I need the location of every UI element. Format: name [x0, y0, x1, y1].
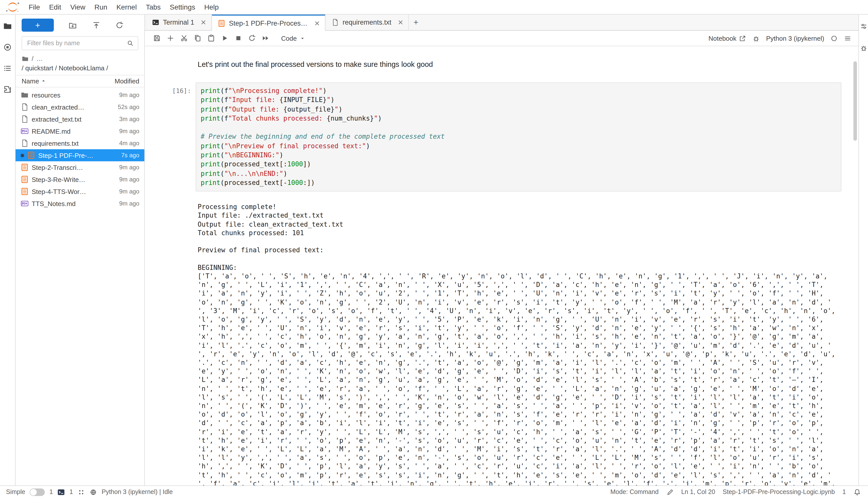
file-filter-box[interactable]	[22, 36, 138, 50]
file-row[interactable]: requirements.txt4m ago	[16, 137, 144, 149]
interrupt-kernel-button[interactable]	[232, 32, 244, 44]
paste-cell-button[interactable]	[205, 32, 217, 44]
file-row[interactable]: README.md9m ago	[16, 125, 144, 137]
file-row[interactable]: extracted_text.txt3m ago	[16, 113, 144, 125]
new-launcher-button[interactable]: +	[22, 18, 54, 32]
output-prompt	[145, 203, 196, 485]
restart-kernel-button[interactable]	[246, 32, 258, 44]
debugger-bug-icon[interactable]	[753, 35, 760, 42]
file-row[interactable]: Step-2-Transcri…9m ago	[16, 161, 144, 173]
terminal-count[interactable]: 1	[49, 488, 53, 496]
file-modified: 9m ago	[119, 176, 139, 183]
kernels-icon[interactable]	[77, 488, 85, 496]
bell-icon[interactable]	[853, 488, 861, 496]
file-icon	[21, 103, 29, 111]
menu-file[interactable]: File	[24, 0, 44, 14]
menu-kernel[interactable]: Kernel	[112, 0, 141, 14]
modified-column-header[interactable]: Modified	[100, 77, 139, 85]
save-button[interactable]	[151, 32, 163, 44]
toolbar-menu-icon[interactable]	[844, 35, 852, 42]
run-cell-button[interactable]	[219, 32, 231, 44]
menu-help[interactable]: Help	[200, 0, 223, 14]
close-icon[interactable]	[314, 19, 321, 27]
cell-output: Processing complete! Input file: ./extra…	[145, 203, 858, 485]
notification-count[interactable]: 1	[842, 488, 846, 496]
file-row[interactable]: Step-4-TTS-Wor…9m ago	[16, 185, 144, 197]
debugger-icon[interactable]	[860, 44, 867, 52]
markdown-cell-text[interactable]: Let's print out the final processed vers…	[196, 59, 841, 68]
scissors-icon	[180, 34, 188, 42]
code-cell[interactable]: [16]: print(f"\nProcessing complete!")pr…	[145, 82, 858, 192]
running-sessions-icon[interactable]	[3, 43, 12, 52]
cell-type-dropdown[interactable]: Code	[279, 34, 307, 43]
chevron-down-icon	[300, 36, 305, 41]
file-name: clean_extracted…	[32, 103, 115, 111]
tab-step-1-pdf-pre-processing[interactable]: Step-1 PDF-Pre-Processing	[212, 15, 326, 31]
menu-edit[interactable]: Edit	[44, 0, 66, 14]
plus-icon	[166, 34, 175, 42]
file-filter-input[interactable]	[26, 39, 127, 47]
main-area: Terminal 1Step-1 PDF-Pre-Processingrequi…	[145, 15, 858, 485]
file-row[interactable]: TTS_Notes.md9m ago	[16, 197, 144, 210]
property-inspector-icon[interactable]	[860, 23, 867, 30]
file-row[interactable]: Step-1 PDF-Pre-…7s ago	[16, 149, 144, 161]
menu-items: FileEditViewRunKernelTabsSettingsHelp	[24, 0, 223, 14]
markdown-icon	[21, 199, 29, 208]
fast-forward-icon	[261, 34, 270, 42]
breadcrumb-ellipsis[interactable]: …	[37, 55, 43, 62]
kernel-status-text[interactable]: Python 3 (ipykernel) | Idle	[102, 488, 173, 496]
stop-icon	[234, 34, 242, 42]
upload-icon[interactable]	[92, 21, 100, 29]
name-column-header[interactable]: Name	[22, 77, 100, 85]
paste-icon	[207, 34, 215, 42]
refresh-icon[interactable]	[115, 21, 124, 29]
dirty-dot-indicator	[21, 154, 24, 157]
scrollbar-thumb[interactable]	[853, 61, 857, 141]
menu-view[interactable]: View	[66, 0, 90, 14]
table-of-contents-icon[interactable]	[3, 64, 12, 73]
open-in-notebook-button[interactable]: Notebook	[708, 35, 746, 42]
code-editor[interactable]: print(f"\nProcessing complete!")print(f"…	[196, 82, 841, 192]
folder-icon[interactable]	[3, 22, 12, 31]
markdown-cell[interactable]: Let's print out the final processed vers…	[145, 59, 858, 68]
file-row[interactable]: resources9m ago	[16, 89, 144, 101]
menu-settings[interactable]: Settings	[165, 0, 200, 14]
terminal-badge-icon[interactable]	[57, 488, 65, 496]
file-row[interactable]: clean_extracted…52s ago	[16, 101, 144, 113]
restart-run-all-button[interactable]	[259, 32, 271, 44]
menu-run[interactable]: Run	[90, 0, 112, 14]
file-row[interactable]: Step-3-Re-Write…9m ago	[16, 173, 144, 185]
active-file-name[interactable]: Step-1-PDF-Pre-Processing-Logic.ipynb	[723, 488, 835, 496]
file-modified: 7s ago	[121, 152, 139, 159]
file-list: resources9m agoclean_extracted…52s agoex…	[16, 88, 144, 485]
close-icon[interactable]	[397, 18, 404, 26]
kernel-name-button[interactable]: Python 3 (ipykernel)	[766, 35, 824, 42]
cursor-position[interactable]: Ln 1, Col 20	[681, 488, 715, 496]
code-line: print("\nBEGINNING:")	[201, 151, 836, 160]
tab-requirements-txt[interactable]: requirements.txt	[326, 15, 409, 30]
extensions-icon[interactable]	[3, 85, 12, 94]
tab-label: requirements.txt	[343, 18, 392, 26]
breadcrumb-root[interactable]: /	[32, 55, 34, 62]
breadcrumb-home-icon[interactable]	[22, 55, 29, 62]
tab-terminal-1[interactable]: Terminal 1	[146, 15, 212, 30]
new-folder-icon[interactable]	[69, 21, 77, 29]
breadcrumb-path[interactable]: / quickstart / NotebookLlama /	[22, 63, 138, 75]
command-mode-indicator: Mode: Command	[610, 488, 659, 496]
cut-cell-button[interactable]	[178, 32, 190, 44]
copy-cell-button[interactable]	[192, 32, 204, 44]
new-tab-button[interactable]: +	[409, 15, 423, 30]
notebook-icon	[27, 151, 35, 159]
name-header-label: Name	[22, 77, 39, 85]
file-name: resources	[32, 91, 116, 99]
close-icon[interactable]	[200, 18, 207, 26]
kernel-status-icon[interactable]	[830, 35, 838, 42]
kernel-count[interactable]: 1	[69, 488, 73, 496]
file-name: Step-2-Transcri…	[32, 163, 116, 171]
insert-cell-button[interactable]	[164, 32, 177, 44]
language-server-icon[interactable]	[90, 488, 97, 496]
file-name: Step-3-Re-Write…	[32, 175, 116, 183]
file-name: Step-1 PDF-Pre-…	[38, 152, 118, 159]
menu-tabs[interactable]: Tabs	[141, 0, 165, 14]
simple-mode-toggle[interactable]	[30, 488, 45, 496]
